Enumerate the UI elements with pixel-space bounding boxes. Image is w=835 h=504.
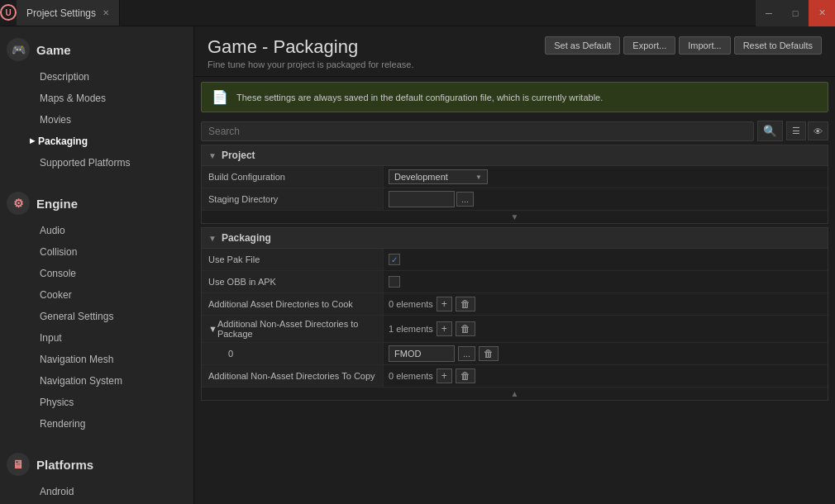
staging-directory-value: ... xyxy=(384,188,828,210)
build-configuration-label: Build Configuration xyxy=(202,166,384,188)
sidebar-item-navigation-system[interactable]: Navigation System xyxy=(0,370,193,392)
import-button[interactable]: Import... xyxy=(679,36,730,55)
fmod-input[interactable] xyxy=(389,345,455,362)
additional-asset-dirs-cook-add-button[interactable]: + xyxy=(437,297,452,311)
use-obb-label: Use OBB in APK xyxy=(202,271,384,292)
sidebar-group-platforms-header[interactable]: 🖥 Platforms xyxy=(0,448,193,481)
use-pak-file-label: Use Pak File xyxy=(202,249,384,270)
project-section-body: Build Configuration Development ▼ Stagin… xyxy=(201,166,828,224)
search-input[interactable] xyxy=(201,121,754,141)
settings-content: ▼ Project Build Configuration Developmen… xyxy=(194,145,835,504)
build-configuration-value: Development ▼ xyxy=(384,166,828,188)
additional-non-asset-dirs-package-delete-button[interactable]: 🗑 xyxy=(456,321,475,336)
additional-asset-dirs-cook-value: 0 elements + 🗑 xyxy=(384,293,828,315)
use-pak-file-value xyxy=(384,249,828,270)
engine-group-label: Engine xyxy=(36,197,78,211)
page-subtitle: Fine tune how your project is packaged f… xyxy=(208,59,413,69)
sidebar-item-physics[interactable]: Physics xyxy=(0,392,193,413)
expand-down-icon: ▼ xyxy=(511,212,519,221)
packaging-section-expand: ▲ xyxy=(202,388,828,400)
set-as-default-button[interactable]: Set as Default xyxy=(545,36,620,55)
app-logo: U xyxy=(0,0,17,26)
dropdown-arrow-icon: ▼ xyxy=(475,174,482,181)
sidebar-item-general-settings[interactable]: General Settings xyxy=(0,306,193,327)
additional-non-asset-dirs-copy-add-button[interactable]: + xyxy=(437,368,452,383)
build-configuration-selected: Development xyxy=(394,172,448,182)
packaging-section-arrow: ▼ xyxy=(208,234,217,243)
sidebar-item-console[interactable]: Console xyxy=(0,263,193,284)
additional-non-asset-dirs-package-count: 1 elements xyxy=(389,324,433,334)
packaging-section-header[interactable]: ▼ Packaging xyxy=(201,227,828,249)
page-title: Game - Packaging xyxy=(208,36,413,58)
sidebar-item-android[interactable]: Android xyxy=(0,481,193,502)
reset-to-defaults-button[interactable]: Reset to Defaults xyxy=(734,36,822,55)
sidebar-item-navigation-mesh[interactable]: Navigation Mesh xyxy=(0,349,193,370)
additional-non-asset-dirs-copy-count: 0 elements xyxy=(389,371,433,381)
notification-icon: 📄 xyxy=(212,89,228,105)
sidebar-group-engine-header[interactable]: ⚙ Engine xyxy=(0,187,193,220)
staging-directory-browse-button[interactable]: ... xyxy=(456,192,474,207)
fmod-sub-row-value: ... 🗑 xyxy=(384,343,828,364)
sidebar: 🎮 Game Description Maps & Modes Movies P… xyxy=(0,26,194,504)
close-window-button[interactable]: ✕ xyxy=(809,0,835,26)
search-bar: 🔍 ☰ 👁 xyxy=(194,117,835,145)
project-settings-tab[interactable]: Project Settings ✕ xyxy=(17,0,120,26)
options-view-button[interactable]: 👁 xyxy=(808,121,828,140)
sidebar-item-supported-platforms[interactable]: Supported Platforms xyxy=(0,152,193,174)
additional-asset-dirs-cook-label: Additional Asset Directories to Cook xyxy=(202,293,384,315)
sidebar-item-description[interactable]: Description xyxy=(0,66,193,88)
search-button[interactable]: 🔍 xyxy=(757,121,783,141)
use-pak-file-row: Use Pak File xyxy=(202,249,828,271)
minimize-button[interactable]: ─ xyxy=(756,0,782,26)
content-area: Game - Packaging Fine tune how your proj… xyxy=(194,26,835,504)
engine-group-icon: ⚙ xyxy=(7,192,30,215)
sidebar-item-audio[interactable]: Audio xyxy=(0,220,193,241)
additional-non-asset-dirs-package-row: ▼ Additional Non-Asset Directories to Pa… xyxy=(202,316,828,343)
sidebar-group-platforms: 🖥 Platforms Android iOS xyxy=(0,441,193,504)
additional-non-asset-dirs-package-add-button[interactable]: + xyxy=(437,321,452,336)
sidebar-group-game: 🎮 Game Description Maps & Modes Movies P… xyxy=(0,26,193,180)
sidebar-group-engine: ⚙ Engine Audio Collision Console Cooker … xyxy=(0,180,193,441)
maximize-button[interactable]: □ xyxy=(782,0,809,26)
staging-directory-label: Staging Directory xyxy=(202,188,384,210)
export-button[interactable]: Export... xyxy=(623,36,675,55)
sidebar-item-input[interactable]: Input xyxy=(0,327,193,349)
packaging-section: ▼ Packaging Use Pak File Use OBB in APK xyxy=(201,227,828,401)
sidebar-item-collision[interactable]: Collision xyxy=(0,241,193,263)
ue-logo-icon: U xyxy=(0,4,17,21)
sidebar-item-maps-modes[interactable]: Maps & Modes xyxy=(0,88,193,109)
tab-label: Project Settings xyxy=(26,7,96,19)
project-section-expand: ▼ xyxy=(202,211,828,223)
fmod-index-label: 0 xyxy=(202,343,384,364)
use-obb-row: Use OBB in APK xyxy=(202,271,828,293)
tab-close-button[interactable]: ✕ xyxy=(103,8,109,17)
use-obb-value xyxy=(384,271,828,292)
additional-asset-dirs-cook-count: 0 elements xyxy=(389,299,433,309)
packaging-expand-icon: ▲ xyxy=(511,389,519,398)
use-obb-checkbox[interactable] xyxy=(389,276,400,288)
sidebar-item-cooker[interactable]: Cooker xyxy=(0,284,193,306)
fmod-browse-button[interactable]: ... xyxy=(458,346,475,361)
window-controls: ─ □ ✕ xyxy=(756,0,835,26)
staging-directory-input[interactable] xyxy=(389,191,455,207)
project-section-header[interactable]: ▼ Project xyxy=(201,145,828,166)
list-view-button[interactable]: ☰ xyxy=(786,121,806,140)
packaging-section-label: Packaging xyxy=(222,232,271,244)
additional-non-asset-dirs-copy-delete-button[interactable]: 🗑 xyxy=(456,368,475,383)
game-group-label: Game xyxy=(36,43,71,57)
fmod-delete-button[interactable]: 🗑 xyxy=(479,346,499,361)
additional-non-asset-dirs-copy-row: Additional Non-Asset Directories To Copy… xyxy=(202,365,828,388)
build-configuration-dropdown[interactable]: Development ▼ xyxy=(389,169,488,184)
notification-bar: 📄 These settings are always saved in the… xyxy=(201,82,828,112)
sidebar-item-rendering[interactable]: Rendering xyxy=(0,413,193,435)
platforms-group-icon: 🖥 xyxy=(7,453,30,476)
additional-non-asset-dirs-copy-value: 0 elements + 🗑 xyxy=(384,365,828,387)
sidebar-item-movies[interactable]: Movies xyxy=(0,109,193,131)
sidebar-item-packaging[interactable]: Packaging xyxy=(0,131,193,152)
use-pak-file-checkbox[interactable] xyxy=(389,254,400,265)
additional-asset-dirs-cook-delete-button[interactable]: 🗑 xyxy=(456,297,475,311)
platforms-group-label: Platforms xyxy=(36,458,93,472)
fmod-sub-row: 0 ... 🗑 xyxy=(202,343,828,365)
staging-directory-row: Staging Directory ... xyxy=(202,188,828,211)
sidebar-group-game-header[interactable]: 🎮 Game xyxy=(0,33,193,66)
